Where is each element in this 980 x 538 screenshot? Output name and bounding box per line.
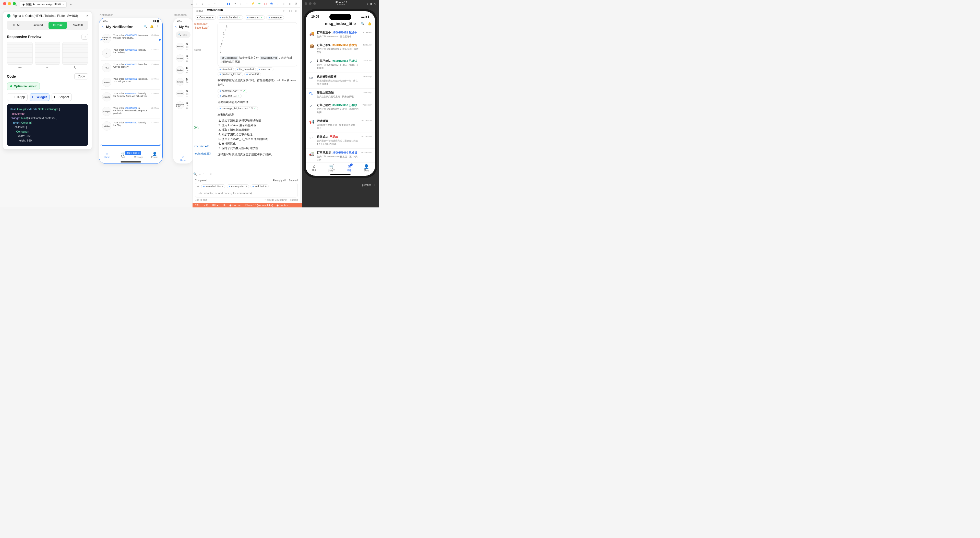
status-prettier[interactable]: ◉ Prettier <box>277 204 288 207</box>
add-breakpoint-button[interactable]: ↔ <box>81 34 88 40</box>
sim-message-item[interactable]: 🚛订单已发货#500158060 已发货您的订单 #500158060 已发货，… <box>305 149 375 162</box>
layout-1-icon[interactable]: ▯ <box>276 2 279 5</box>
file-chip[interactable]: controller.dart✓ <box>217 15 243 20</box>
design-frame-messages[interactable]: 9:41 ‹ My Me 🔍Sea FalconBDc coWEBELBDc c… <box>173 18 193 164</box>
preview-sm[interactable]: sm <box>7 42 33 69</box>
preview-md[interactable]: md <box>35 42 60 69</box>
figma-canvas[interactable]: Notification Mesagges 9:41▮◗ ▆ ‹ My Noti… <box>95 13 191 205</box>
file-chip[interactable]: list_item.dart <box>235 67 256 71</box>
file-step-chip[interactable]: message_list_item.dart 1/5 ✓ <box>218 107 258 110</box>
debug-pause-icon[interactable]: ▮▮ <box>227 2 230 5</box>
scope-widget[interactable]: Widget <box>30 93 49 101</box>
device-screen[interactable]: 10:05 ▬ ◗ ▮ msg_index_title 🔍 🔔 🚚订单配送中#5… <box>305 11 375 176</box>
overflow-icon[interactable]: ⋯ <box>213 2 217 5</box>
save-all-button[interactable]: Save all <box>288 179 298 182</box>
file-chip[interactable]: message <box>266 15 284 20</box>
message-item[interactable]: SNEAKER SHOPBDc co <box>173 99 193 111</box>
rotate-icon[interactable]: ↻ <box>374 2 376 5</box>
history-icon[interactable]: ◷ <box>283 9 285 13</box>
chevron-down-icon[interactable]: ˅ <box>206 172 208 176</box>
debug-step-in-icon[interactable]: ↓ <box>239 2 243 5</box>
file-chip[interactable]: view.dart <box>257 67 273 71</box>
close-icon[interactable]: × <box>62 3 64 6</box>
message-item[interactable]: WEBELBDc co <box>173 53 193 64</box>
status-golive[interactable]: ◉ Go Live <box>229 204 241 207</box>
optimize-layout-button[interactable]: Optimize layout <box>7 83 40 90</box>
traffic-dot[interactable] <box>309 2 312 5</box>
nav-back-icon[interactable]: ‹ <box>195 2 199 5</box>
message-item[interactable]: KiranaBDc co <box>173 76 193 88</box>
nav-home[interactable]: ⌂Home <box>173 155 193 161</box>
search-input[interactable]: 🔍Sea <box>176 32 191 38</box>
ai-response-column[interactable]: ), ), ), ], ), ); } } @Codebase 请参考规则文件 … <box>215 21 300 178</box>
case-icon[interactable]: ⌕ <box>199 172 201 176</box>
search-icon[interactable]: 🔍 <box>193 172 197 176</box>
layout-3-icon[interactable]: ▯ <box>288 2 291 5</box>
status-device[interactable]: iPhone 16 (ios simulator) <box>245 204 273 207</box>
chevron-up-icon[interactable]: ˄ <box>203 172 204 176</box>
plus-icon[interactable]: ＋ <box>197 184 200 189</box>
sim-message-item[interactable]: 🛍新品上架通知您关注的商品已经上架，快来选购吧！Yesterday <box>305 89 375 101</box>
sim-message-item[interactable]: 📦订单已准备#500158053 待发货您的订单 #500158053 已准备完… <box>305 41 375 57</box>
nav-home[interactable]: ⌂首页 <box>305 164 323 172</box>
close-dot[interactable] <box>3 2 6 5</box>
nav-message[interactable]: ✉1消息 <box>340 164 358 172</box>
message-item[interactable]: stoodioBDc co <box>173 88 193 99</box>
traffic-dot[interactable] <box>305 2 307 5</box>
sim-message-item[interactable]: 🎟优惠券到账提醒恭喜您获得满100减20优惠券一张，请在30天内使用。Yeste… <box>305 73 375 89</box>
search-icon[interactable]: 🔍 <box>361 22 364 25</box>
model-selector[interactable]: ~ claude-3.5-sonnet <box>264 199 287 201</box>
screenshot-icon[interactable]: ▣ <box>370 2 372 5</box>
message-item[interactable]: FalconBDc co <box>173 41 193 53</box>
plus-icon[interactable]: + <box>265 185 267 188</box>
design-frame-notification[interactable]: 9:41▮◗ ▆ ‹ My Notification 🔍 🔔 ⋮ SNEAKER… <box>99 18 162 164</box>
lang-tab-swiftui[interactable]: SwiftUI <box>69 22 88 29</box>
status-eol[interactable]: LF <box>223 204 226 207</box>
sim-message-item[interactable]: ↩退款成功已退款您的退款申请已处理完成，退款金额将在1-3个工作日内到账。202… <box>305 133 375 149</box>
file-chip[interactable]: view.dart File × <box>201 185 225 188</box>
nav-profile[interactable]: 👤Profile <box>146 152 162 158</box>
window-traffic-lights[interactable] <box>3 2 16 5</box>
back-icon[interactable]: ‹ <box>175 24 177 29</box>
file-step-chip[interactable]: controller.dart 1/7 ✓ <box>218 89 247 93</box>
tab-chat[interactable]: CHAT <box>196 10 203 13</box>
status-encoding[interactable]: UTF-8 <box>212 204 219 207</box>
new-tab-icon[interactable]: ＋ <box>69 2 72 6</box>
close-icon[interactable]: × <box>222 185 223 188</box>
debug-reload-icon[interactable]: ⟳ <box>258 2 261 5</box>
plus-icon[interactable]: ＋ <box>277 9 279 13</box>
sim-message-item[interactable]: ✔订单已签收#500158057 已签收您的订单 #500158057 已签收，… <box>305 101 375 117</box>
debug-stop-icon[interactable]: ▢ <box>264 2 267 5</box>
preview-lg[interactable]: lg <box>62 42 88 69</box>
scope-snippet[interactable]: Snippet <box>52 93 72 101</box>
devtools-icon[interactable]: ⦿ <box>270 2 273 5</box>
nav-fwd-icon[interactable]: › <box>201 2 205 5</box>
chevron-down-icon[interactable]: ▾ <box>212 16 213 19</box>
nav-me[interactable]: 👤我的 <box>358 164 375 172</box>
lang-tab-flutter[interactable]: Flutter <box>49 22 67 29</box>
sidebar-icon[interactable]: ▢ <box>207 2 211 5</box>
status-git[interactable]: You, 上个月 <box>195 203 208 207</box>
layout-2-icon[interactable]: ▯ <box>282 2 285 5</box>
more-icon[interactable]: ⋮ <box>156 25 159 29</box>
submit-button[interactable]: Submit <box>290 199 298 201</box>
lang-tab-html[interactable]: HTML <box>8 22 26 29</box>
search-icon[interactable]: 🔍 <box>143 25 147 29</box>
back-icon[interactable]: ‹ <box>102 24 103 29</box>
sim-message-item[interactable]: 📢活动邀请618购物节即将开始，多重好礼等你来拿！2024-03-10 <box>305 117 375 133</box>
nav-home[interactable]: ⌂Home <box>99 152 115 158</box>
home-indicator[interactable] <box>330 174 351 175</box>
file-chip[interactable]: view.dart✓ <box>245 15 265 20</box>
tab-composer[interactable]: COMPOSER <box>207 9 223 13</box>
sim-message-item[interactable]: ✔订单已确认#500158054 已确认您的订单 #500158054 已确认，… <box>305 57 375 73</box>
composer-input[interactable]: Edit, refactor, or add code (/ for comma… <box>197 190 296 196</box>
file-chip[interactable]: view.dart <box>244 72 261 76</box>
simulator-message-list[interactable]: 🚚订单配送中#500158052 配送中您的订单 #500158052 正在配送… <box>305 29 375 162</box>
message-item[interactable]: iGadgetBDc co <box>173 64 193 76</box>
composer-chip[interactable]: ▸Composer▾ <box>195 15 216 20</box>
home-icon[interactable]: ⌂ <box>367 2 368 5</box>
gear-icon[interactable]: ⚙ <box>294 2 298 5</box>
bell-icon[interactable]: 🔔 <box>150 25 154 29</box>
debug-step-out-icon[interactable]: ↑ <box>245 2 249 5</box>
generated-code[interactable]: class Group2 extends StatelessWidget { @… <box>7 104 88 146</box>
